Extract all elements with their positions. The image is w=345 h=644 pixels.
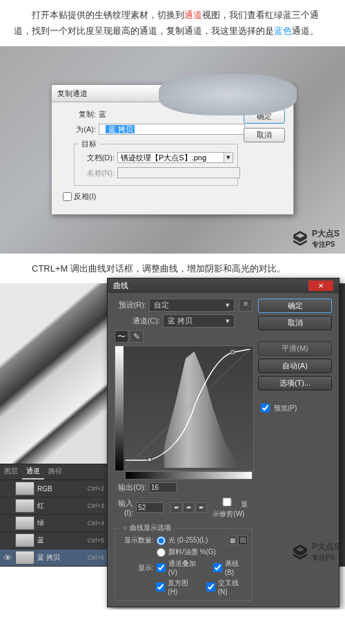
- channel-rgb[interactable]: RGBCtrl+2: [0, 480, 107, 498]
- invert-label: 反相(I): [74, 191, 96, 202]
- show-clipping-checkbox[interactable]: [215, 498, 239, 506]
- texture-screenshot-1: 复制通道 ✕ 复制:蓝 为(A):蓝 拷贝 目标 文档(D):▾ 名称(N): …: [0, 46, 345, 254]
- grid-small-icon[interactable]: ▦: [228, 536, 237, 545]
- eyedropper-black-icon[interactable]: ✒: [170, 502, 182, 513]
- doc-select[interactable]: [117, 152, 224, 163]
- overlay-checkbox[interactable]: [157, 563, 166, 572]
- dialog-title: 复制通道: [57, 88, 88, 99]
- svg-rect-1: [148, 458, 151, 462]
- ok-button[interactable]: 确定: [244, 109, 285, 124]
- output-label: 输出(O):: [115, 482, 146, 493]
- options-button[interactable]: 选项(T)...: [258, 376, 332, 390]
- preview-label: 预览(P): [274, 404, 297, 413]
- copy-label: 复制:: [60, 109, 96, 120]
- channel-red[interactable]: 红Ctrl+3: [0, 498, 107, 515]
- input-label: 输入(I):: [115, 498, 133, 517]
- preset-label: 预设(R):: [115, 300, 146, 310]
- curves-graph[interactable]: [115, 345, 254, 471]
- channel-blue[interactable]: 蓝Ctrl+5: [0, 532, 107, 549]
- watermark-icon: [291, 229, 309, 247]
- texture-screenshot-2: 图层 通道 路径 RGBCtrl+2 红Ctrl+3 绿Ctrl+4 蓝Ctrl…: [0, 283, 345, 567]
- watermark: P大点S专注PS: [291, 228, 339, 249]
- hist-checkbox[interactable]: [156, 583, 165, 591]
- eyedropper-white-icon[interactable]: ✒: [195, 502, 207, 513]
- chevron-down-icon[interactable]: ▾: [224, 152, 233, 163]
- tab-paths[interactable]: 路径: [44, 464, 66, 480]
- svg-rect-2: [231, 350, 235, 354]
- close-icon[interactable]: ✕: [308, 281, 333, 291]
- svg-line-0: [126, 349, 250, 467]
- display-options: ☆ 曲线显示选项 显示数量:光 (0-255)(L)▦田 颜料/油墨 %(G) …: [115, 523, 253, 601]
- intro-text: 打开本贴提供的生锈纹理素材，切换到通道视图，我们查看红绿蓝三个通道，找到一个对比…: [0, 0, 345, 46]
- eye-icon[interactable]: 👁: [3, 553, 12, 563]
- copy-value: 蓝: [99, 109, 238, 120]
- channel-green[interactable]: 绿Ctrl+4: [0, 515, 107, 532]
- ok-button[interactable]: 确定: [258, 299, 332, 313]
- smooth-button: 平滑(M): [258, 341, 332, 356]
- inter-checkbox[interactable]: [206, 583, 215, 591]
- channels-panel: 图层 通道 路径 RGBCtrl+2 红Ctrl+3 绿Ctrl+4 蓝Ctrl…: [0, 464, 107, 567]
- channel-blue-copy[interactable]: 👁蓝 拷贝Ctrl+6: [0, 549, 107, 567]
- watermark: P大点S专注PS: [291, 541, 339, 562]
- preset-menu-icon[interactable]: ≡: [239, 299, 253, 312]
- channel-select[interactable]: 蓝 拷贝▾: [163, 314, 235, 328]
- baseline-checkbox[interactable]: [213, 563, 222, 572]
- auto-button[interactable]: 自动(A): [258, 359, 332, 373]
- pigment-radio[interactable]: [157, 548, 166, 557]
- watermark-icon: [291, 543, 309, 561]
- as-label: 为(A):: [60, 124, 96, 135]
- amount-label: 显示数量:: [119, 536, 154, 545]
- chevron-down-icon: ▾: [226, 301, 230, 310]
- preset-select[interactable]: 自定▾: [149, 299, 235, 312]
- pencil-mode-icon[interactable]: ✎: [130, 330, 144, 343]
- curve-mode-icon[interactable]: 〜: [115, 330, 128, 343]
- target-fieldset: 目标 文档(D):▾ 名称(N):: [74, 139, 238, 186]
- preview-image: [0, 283, 107, 464]
- input-input[interactable]: [136, 502, 164, 513]
- preview-checkbox[interactable]: [261, 404, 270, 413]
- show-label: 显示:: [119, 563, 154, 573]
- channel-label: 通道(C):: [128, 316, 160, 326]
- doc-label: 文档(D):: [79, 153, 115, 163]
- name-input: [117, 167, 240, 178]
- invert-checkbox[interactable]: [63, 192, 72, 201]
- close-icon[interactable]: ✕: [263, 88, 288, 99]
- pigment-label: 颜料/油墨 %(G): [168, 547, 216, 557]
- output-input[interactable]: [149, 482, 177, 493]
- dialog-title: 曲线: [113, 281, 128, 291]
- cancel-button[interactable]: 取消: [258, 316, 332, 330]
- light-label: 光 (0-255)(L): [168, 536, 208, 545]
- grid-large-icon[interactable]: 田: [238, 536, 248, 545]
- light-radio[interactable]: [157, 536, 166, 545]
- tab-channels[interactable]: 通道: [22, 464, 44, 480]
- tab-layers[interactable]: 图层: [0, 464, 22, 480]
- duplicate-channel-dialog: 复制通道 ✕ 复制:蓝 为(A):蓝 拷贝 目标 文档(D):▾ 名称(N): …: [51, 84, 294, 215]
- eyedropper-gray-icon[interactable]: ✒: [183, 502, 195, 513]
- chevron-down-icon: ▾: [226, 316, 230, 325]
- name-label: 名称(N):: [79, 168, 115, 178]
- cancel-button[interactable]: 取消: [244, 128, 285, 142]
